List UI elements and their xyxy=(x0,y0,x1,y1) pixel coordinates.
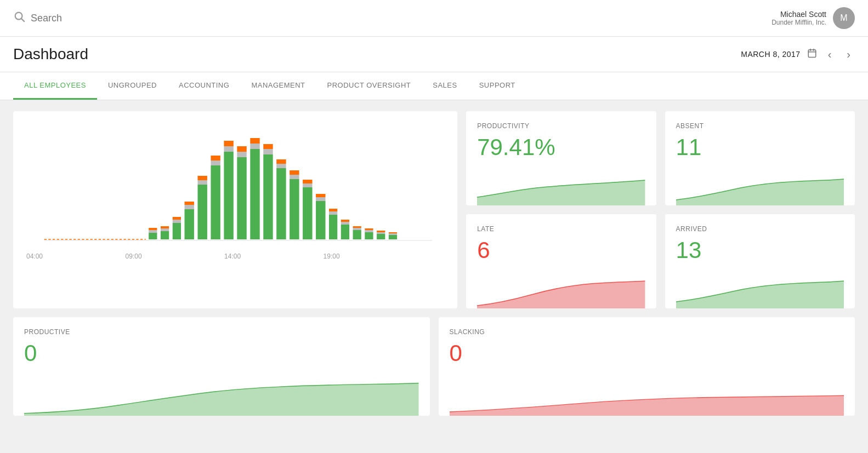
prev-date-button[interactable]: ‹ xyxy=(824,46,836,63)
calendar-icon[interactable] xyxy=(807,48,817,61)
tab-support[interactable]: SUPPORT xyxy=(468,72,526,100)
svg-rect-49 xyxy=(329,215,337,239)
svg-rect-32 xyxy=(250,144,259,149)
svg-rect-48 xyxy=(316,194,325,197)
next-date-button[interactable]: › xyxy=(842,46,855,63)
slacking-value: 0 xyxy=(450,340,844,366)
absent-label: ABSENT xyxy=(676,122,844,130)
svg-rect-44 xyxy=(303,184,312,187)
svg-rect-13 xyxy=(173,223,181,239)
svg-rect-38 xyxy=(276,164,286,168)
svg-rect-7 xyxy=(149,233,157,239)
svg-rect-30 xyxy=(237,146,246,152)
topbar: Michael Scott Dunder Mifflin, Inc. M xyxy=(0,0,868,37)
user-info: Michael Scott Dunder Mifflin, Inc. xyxy=(771,10,826,26)
svg-rect-20 xyxy=(197,180,207,185)
tab-all-employees[interactable]: ALL EMPLOYEES xyxy=(13,72,97,100)
tab-product-oversight[interactable]: PRODUCT OVERSIGHT xyxy=(316,72,422,100)
arrived-label: ARRIVED xyxy=(676,225,844,233)
late-label: LATE xyxy=(477,225,645,233)
svg-rect-59 xyxy=(365,230,373,232)
svg-rect-9 xyxy=(149,228,157,230)
svg-rect-55 xyxy=(353,230,361,239)
late-sparkline xyxy=(477,270,645,308)
svg-rect-27 xyxy=(224,141,233,146)
svg-rect-12 xyxy=(161,226,169,228)
svg-rect-47 xyxy=(316,197,325,201)
arrived-value: 13 xyxy=(676,237,844,263)
productivity-card: PRODUCTIVITY 79.41% xyxy=(466,111,656,205)
productive-card: PRODUCTIVE 0 xyxy=(13,317,430,416)
axis-label-1: 04:00 xyxy=(26,253,43,260)
late-card: LATE 6 xyxy=(466,214,656,308)
tabs-bar: ALL EMPLOYEES UNGROUPED ACCOUNTING MANAG… xyxy=(0,72,868,100)
tab-ungrouped[interactable]: UNGROUPED xyxy=(97,72,168,100)
absent-value: 11 xyxy=(676,134,844,160)
bar-chart-card: 04:00 09:00 14:00 19:00 xyxy=(13,111,457,308)
svg-rect-41 xyxy=(290,175,299,179)
bottom-cards-row: PRODUCTIVE 0 SLACKING 0 xyxy=(13,317,855,416)
productive-sparkline xyxy=(24,373,419,416)
svg-rect-11 xyxy=(161,228,169,231)
avatar: M xyxy=(833,7,855,29)
svg-rect-34 xyxy=(263,154,273,239)
svg-rect-33 xyxy=(250,138,259,144)
svg-rect-39 xyxy=(276,159,286,164)
svg-rect-54 xyxy=(341,220,349,222)
svg-rect-8 xyxy=(149,230,157,233)
arrived-card: ARRIVED 13 xyxy=(665,214,855,308)
user-area: Michael Scott Dunder Mifflin, Inc. M xyxy=(771,7,855,29)
svg-rect-21 xyxy=(197,176,207,180)
svg-rect-2 xyxy=(808,50,816,58)
slacking-sparkline xyxy=(450,373,844,416)
svg-rect-61 xyxy=(377,234,385,239)
axis-label-4: 19:00 xyxy=(324,253,340,260)
svg-rect-37 xyxy=(276,168,286,239)
svg-rect-51 xyxy=(329,209,337,211)
right-stat-col-2: ABSENT 11 ARRIVED 13 xyxy=(665,111,855,308)
user-name: Michael Scott xyxy=(771,10,826,19)
arrived-sparkline xyxy=(676,270,844,308)
productivity-sparkline xyxy=(477,167,645,205)
svg-rect-50 xyxy=(329,211,337,215)
search-area xyxy=(13,10,140,26)
slacking-card: SLACKING 0 xyxy=(439,317,855,416)
svg-rect-31 xyxy=(250,149,259,239)
svg-rect-42 xyxy=(290,170,299,175)
axis-labels: 04:00 09:00 14:00 19:00 xyxy=(26,250,444,260)
svg-rect-23 xyxy=(211,160,220,165)
svg-rect-62 xyxy=(377,232,385,234)
svg-rect-35 xyxy=(263,149,273,154)
svg-rect-60 xyxy=(365,228,373,230)
svg-rect-56 xyxy=(353,228,361,230)
page-header: Dashboard MARCH 8, 2017 ‹ › xyxy=(0,37,868,72)
svg-rect-17 xyxy=(185,205,194,209)
absent-card: ABSENT 11 xyxy=(665,111,855,205)
svg-rect-46 xyxy=(316,201,325,239)
svg-rect-43 xyxy=(303,187,312,239)
svg-rect-16 xyxy=(185,209,194,239)
axis-label-2: 09:00 xyxy=(126,253,142,260)
tab-management[interactable]: MANAGEMENT xyxy=(240,72,316,100)
svg-rect-24 xyxy=(211,156,220,160)
svg-rect-28 xyxy=(237,157,246,239)
date-nav: MARCH 8, 2017 ‹ › xyxy=(741,46,855,63)
main-content: 04:00 09:00 14:00 19:00 PRODUCTIVITY 79.… xyxy=(0,100,868,427)
svg-rect-26 xyxy=(224,146,233,152)
svg-rect-65 xyxy=(389,233,397,235)
svg-rect-18 xyxy=(185,202,194,205)
right-stat-col: PRODUCTIVITY 79.41% LATE 6 xyxy=(466,111,656,308)
svg-rect-19 xyxy=(197,185,207,239)
svg-rect-14 xyxy=(173,220,181,223)
tab-sales[interactable]: SALES xyxy=(422,72,468,100)
late-value: 6 xyxy=(477,237,645,263)
tab-accounting[interactable]: ACCOUNTING xyxy=(168,72,240,100)
svg-rect-25 xyxy=(224,152,233,239)
svg-rect-10 xyxy=(161,231,169,239)
svg-rect-57 xyxy=(353,226,361,228)
productivity-value: 79.41% xyxy=(477,134,645,160)
search-input[interactable] xyxy=(31,13,140,24)
absent-sparkline xyxy=(676,167,844,205)
search-icon xyxy=(13,10,25,26)
svg-rect-58 xyxy=(365,232,373,239)
